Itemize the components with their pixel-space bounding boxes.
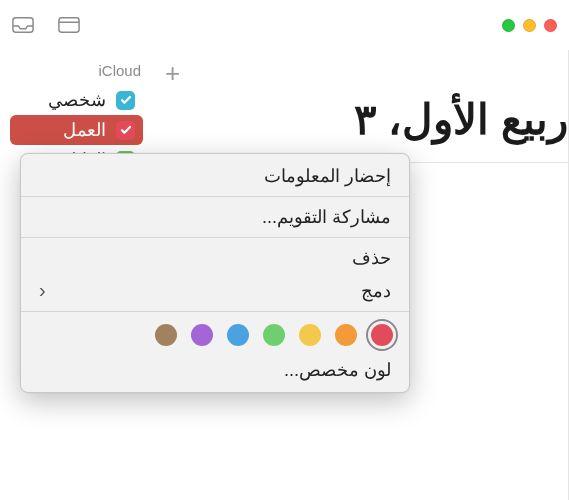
color-swatch-brown[interactable] (155, 324, 177, 346)
titlebar (0, 0, 569, 50)
close-button[interactable] (544, 19, 557, 32)
menu-share-calendar[interactable]: مشاركة التقويم... (21, 201, 409, 233)
color-swatch-purple[interactable] (191, 324, 213, 346)
color-swatch-green[interactable] (263, 324, 285, 346)
calendar-label: العمل (63, 119, 106, 141)
inbox-icon[interactable] (12, 16, 34, 34)
chevron-left-icon: ‹ (39, 279, 46, 302)
calendar-label: شخصي (48, 89, 106, 111)
maximize-button[interactable] (502, 19, 515, 32)
date-title: ربيع الأول، ٣ (153, 95, 568, 162)
add-event-button[interactable]: + (165, 60, 180, 86)
calendar-icon[interactable] (58, 16, 80, 34)
minimize-button[interactable] (523, 19, 536, 32)
menu-delete[interactable]: حذف (21, 242, 409, 274)
window-controls (502, 19, 557, 32)
menu-separator (21, 311, 409, 312)
color-swatch-blue[interactable] (227, 324, 249, 346)
menu-get-info[interactable]: إحضار المعلومات (21, 160, 409, 192)
svg-rect-0 (13, 18, 33, 33)
calendar-item[interactable]: شخصي (10, 85, 143, 115)
menu-merge[interactable]: دمج ‹ (21, 274, 409, 307)
svg-rect-1 (59, 18, 79, 33)
calendar-item[interactable]: العمل (10, 115, 143, 145)
color-swatch-orange[interactable] (335, 324, 357, 346)
color-picker-row (21, 316, 409, 354)
menu-custom-color[interactable]: لون مخصص... (21, 354, 409, 386)
calendar-checkbox[interactable] (116, 91, 135, 110)
section-label-icloud: iCloud (10, 62, 141, 79)
color-swatch-red[interactable] (371, 324, 393, 346)
calendar-checkbox[interactable] (116, 121, 135, 140)
menu-separator (21, 196, 409, 197)
color-swatch-yellow[interactable] (299, 324, 321, 346)
menu-separator (21, 237, 409, 238)
context-menu: إحضار المعلومات مشاركة التقويم... حذف دم… (20, 153, 410, 393)
